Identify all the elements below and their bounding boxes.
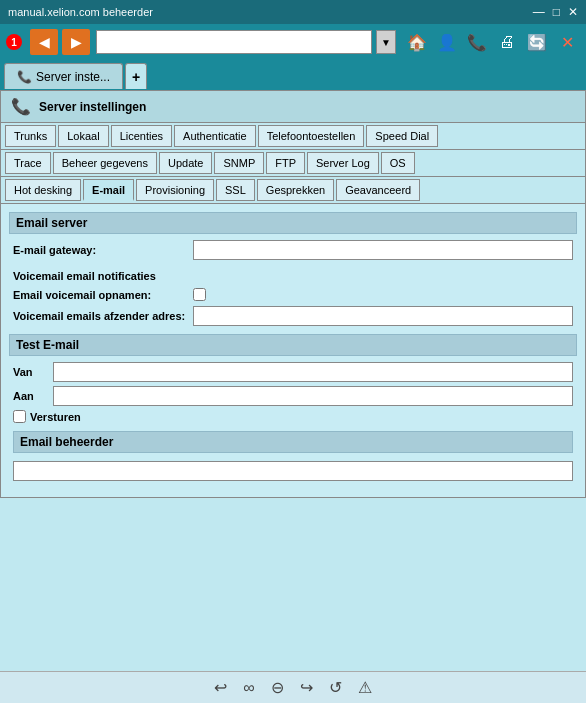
tab-lokaal[interactable]: Lokaal	[58, 125, 108, 147]
voicemail-header: Voicemail email notificaties	[9, 268, 577, 284]
afzender-label: Voicemail emails afzender adres:	[13, 310, 193, 322]
content-area: 📞 Server instellingen Trunks Lokaal Lice…	[0, 90, 586, 498]
bottom-minus-icon[interactable]: ⊖	[271, 678, 284, 697]
main-tab-server[interactable]: 📞 Server inste...	[4, 63, 123, 89]
title-bar-text: manual.xelion.com beheerder	[8, 6, 153, 18]
tabs-row-3: Hot desking E-mail Provisioning SSL Gesp…	[1, 177, 585, 204]
toolbar: 1 ◀ ▶ ▼ 🏠 👤 📞 🖨 🔄 ✕	[0, 24, 586, 60]
tab-snmp[interactable]: SNMP	[214, 152, 264, 174]
toolbar-icons: 🏠 👤 📞 🖨 🔄 ✕	[404, 29, 580, 55]
phone-small-icon: 📞	[17, 70, 32, 84]
opnamen-row: Email voicemail opnamen:	[9, 288, 577, 301]
phone-icon[interactable]: 📞	[464, 29, 490, 55]
versturen-checkbox[interactable]	[13, 410, 26, 423]
main-tab-bar: 📞 Server inste... +	[0, 60, 586, 90]
email-server-header: Email server	[9, 212, 577, 234]
server-header: 📞 Server instellingen	[1, 91, 585, 123]
tab-telefoontoestellen[interactable]: Telefoontoestellen	[258, 125, 365, 147]
address-dropdown[interactable]: ▼	[376, 30, 396, 54]
title-bar-controls: — □ ✕	[533, 5, 578, 19]
close-icon[interactable]: ✕	[554, 29, 580, 55]
address-bar[interactable]	[96, 30, 372, 54]
forward-button[interactable]: ▶	[62, 29, 90, 55]
refresh-icon[interactable]: 🔄	[524, 29, 550, 55]
maximize-button[interactable]: □	[553, 5, 560, 19]
afzender-row: Voicemail emails afzender adres:	[9, 306, 577, 326]
tab-provisioning[interactable]: Provisioning	[136, 179, 214, 201]
test-email-header: Test E-mail	[9, 334, 577, 356]
gateway-label: E-mail gateway:	[13, 244, 193, 256]
versturen-label: Versturen	[30, 411, 81, 423]
title-bar: manual.xelion.com beheerder — □ ✕	[0, 0, 586, 24]
test-email-section: Test E-mail Van Aan Versturen	[9, 334, 577, 423]
bottom-bar: ↩ ∞ ⊖ ↪ ↺ ⚠	[0, 671, 586, 703]
gateway-input[interactable]	[193, 240, 573, 260]
tab-geavanceerd[interactable]: Geavanceerd	[336, 179, 420, 201]
tab-ftp[interactable]: FTP	[266, 152, 305, 174]
server-phone-icon: 📞	[11, 97, 31, 116]
bottom-back-icon[interactable]: ↩	[214, 678, 227, 697]
main-tab-label: Server inste...	[36, 70, 110, 84]
print-icon[interactable]: 🖨	[494, 29, 520, 55]
tab-trace[interactable]: Trace	[5, 152, 51, 174]
minimize-button[interactable]: —	[533, 5, 545, 19]
bottom-warning-icon[interactable]: ⚠	[358, 678, 372, 697]
user-icon[interactable]: 👤	[434, 29, 460, 55]
tab-ssl[interactable]: SSL	[216, 179, 255, 201]
email-beheerder-input[interactable]	[13, 461, 573, 481]
back-button[interactable]: ◀	[30, 29, 58, 55]
tab-beheergegevens[interactable]: Beheer gegevens	[53, 152, 157, 174]
add-tab-button[interactable]: +	[125, 63, 147, 89]
aan-label: Aan	[13, 390, 53, 402]
afzender-input[interactable]	[193, 306, 573, 326]
van-label: Van	[13, 366, 53, 378]
tab-hotdesking[interactable]: Hot desking	[5, 179, 81, 201]
server-title: Server instellingen	[39, 100, 146, 114]
close-button[interactable]: ✕	[568, 5, 578, 19]
tab-os[interactable]: OS	[381, 152, 415, 174]
home-icon[interactable]: 🏠	[404, 29, 430, 55]
email-server-section: Email server E-mail gateway:	[9, 212, 577, 260]
tab-email[interactable]: E-mail	[83, 179, 134, 201]
bottom-forward-icon[interactable]: ↪	[300, 678, 313, 697]
email-beheerder-section: Email beheerder	[9, 431, 577, 481]
bottom-loop-icon[interactable]: ∞	[243, 679, 254, 697]
van-input[interactable]	[53, 362, 573, 382]
bottom-refresh-icon[interactable]: ↺	[329, 678, 342, 697]
tab-serverlog[interactable]: Server Log	[307, 152, 379, 174]
inner-content: Email server E-mail gateway: Voicemail e…	[1, 204, 585, 497]
tab-gesprekken[interactable]: Gesprekken	[257, 179, 334, 201]
opnamen-checkbox[interactable]	[193, 288, 206, 301]
badge-1: 1	[6, 34, 22, 50]
tab-trunks[interactable]: Trunks	[5, 125, 56, 147]
tab-update[interactable]: Update	[159, 152, 212, 174]
voicemail-section: Voicemail email notificaties Email voice…	[9, 268, 577, 326]
van-row: Van	[9, 362, 577, 382]
tabs-row-2: Trace Beheer gegevens Update SNMP FTP Se…	[1, 150, 585, 177]
tab-speeddial[interactable]: Speed Dial	[366, 125, 438, 147]
versturen-row: Versturen	[9, 410, 577, 423]
aan-row: Aan	[9, 386, 577, 406]
tab-licenties[interactable]: Licenties	[111, 125, 172, 147]
email-beheerder-header: Email beheerder	[13, 431, 573, 453]
aan-input[interactable]	[53, 386, 573, 406]
gateway-row: E-mail gateway:	[9, 240, 577, 260]
opnamen-label: Email voicemail opnamen:	[13, 289, 193, 301]
tab-authenticatie[interactable]: Authenticatie	[174, 125, 256, 147]
tabs-row-1: Trunks Lokaal Licenties Authenticatie Te…	[1, 123, 585, 150]
